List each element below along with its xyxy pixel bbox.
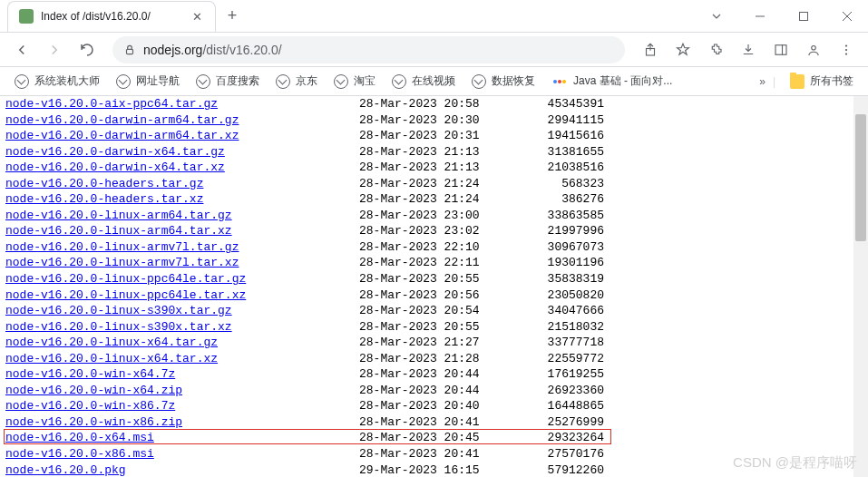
file-link[interactable]: node-v16.20.0-darwin-arm64.tar.xz	[5, 129, 239, 142]
bookmark-item[interactable]: 淘宝	[327, 70, 383, 92]
browser-tab[interactable]: Index of /dist/v16.20.0/ ✕	[7, 1, 216, 32]
file-listing: node-v16.20.0-aix-ppc64.tar.gz28-Mar-202…	[0, 96, 868, 477]
profile-icon[interactable]	[799, 35, 828, 64]
extensions-icon[interactable]	[701, 35, 730, 64]
file-date: 28-Mar-2023 21:24	[359, 191, 513, 208]
file-date: 28-Mar-2023 21:24	[359, 176, 513, 192]
svg-rect-3	[775, 44, 786, 54]
java-icon	[553, 74, 568, 89]
lock-icon	[123, 44, 136, 56]
highlight-box	[4, 429, 611, 444]
file-link[interactable]: node-v16.20.0-win-x86.zip	[5, 415, 182, 429]
sidepanel-icon[interactable]	[766, 35, 795, 64]
file-size: 30967073	[513, 239, 604, 256]
file-size: 57912260	[513, 462, 604, 477]
file-size: 386276	[513, 191, 604, 208]
bookmark-item[interactable]: 在线视频	[385, 70, 463, 92]
file-size: 568323	[513, 176, 604, 192]
file-link[interactable]: node-v16.20.0-x86.msi	[5, 447, 154, 461]
file-date: 28-Mar-2023 20:30	[359, 112, 513, 129]
forward-button[interactable]	[40, 35, 69, 64]
file-row: node-v16.20.0-linux-x64.tar.xz28-Mar-202…	[5, 351, 863, 367]
close-window-icon[interactable]	[826, 2, 868, 31]
scrollbar[interactable]	[853, 96, 868, 477]
globe-icon	[334, 74, 348, 89]
globe-icon	[392, 74, 406, 89]
star-icon[interactable]	[668, 35, 697, 64]
watermark: CSDN @是程序喵呀	[733, 454, 857, 472]
reload-button[interactable]	[73, 35, 102, 64]
file-link[interactable]: node-v16.20.0-headers.tar.xz	[5, 192, 203, 206]
bookmarks-bar: 系统装机大师网址导航百度搜索京东淘宝在线视频数据恢复 Java 基础 - 面向对…	[0, 67, 868, 96]
address-bar[interactable]: nodejs.org/dist/v16.20.0/	[112, 36, 625, 63]
file-row: node-v16.20.0-win-x86.7z28-Mar-2023 20:4…	[5, 398, 863, 414]
bookmark-item[interactable]: 京东	[268, 70, 325, 92]
file-link[interactable]: node-v16.20.0-linux-s390x.tar.gz	[5, 304, 232, 317]
file-size: 16448865	[513, 398, 604, 414]
file-date: 28-Mar-2023 20:41	[359, 446, 513, 462]
share-icon[interactable]	[636, 35, 665, 64]
svg-rect-1	[127, 49, 133, 54]
file-row: node-v16.20.0-linux-arm64.tar.xz28-Mar-2…	[5, 223, 863, 239]
bookmark-all[interactable]: 所有书签	[783, 70, 861, 92]
bookmark-item[interactable]: 网址导航	[109, 70, 187, 92]
nodejs-favicon	[19, 9, 34, 24]
bookmark-java[interactable]: Java 基础 - 面向对...	[546, 70, 679, 92]
file-date: 28-Mar-2023 20:55	[359, 319, 513, 336]
file-row: node-v16.20.0-win-x64.zip28-Mar-2023 20:…	[5, 383, 863, 399]
file-row: node-v16.20.0-aix-ppc64.tar.gz28-Mar-202…	[5, 96, 863, 112]
file-row: node-v16.20.0-headers.tar.gz28-Mar-2023 …	[5, 176, 863, 192]
file-row: node-v16.20.0-darwin-arm64.tar.gz28-Mar-…	[5, 112, 863, 129]
folder-icon	[790, 74, 805, 89]
file-link[interactable]: node-v16.20.0-darwin-x64.tar.xz	[5, 161, 225, 174]
bookmark-item[interactable]: 数据恢复	[464, 70, 542, 92]
file-link[interactable]: node-v16.20.0-win-x86.7z	[5, 399, 175, 413]
file-link[interactable]: node-v16.20.0-darwin-x64.tar.gz	[5, 145, 225, 159]
file-row: node-v16.20.0-linux-s390x.tar.gz28-Mar-2…	[5, 303, 863, 319]
file-date: 28-Mar-2023 23:00	[359, 208, 513, 224]
file-size: 22559772	[513, 351, 604, 367]
close-tab-icon[interactable]: ✕	[190, 9, 204, 24]
file-link[interactable]: node-v16.20.0-win-x64.7z	[5, 367, 175, 381]
file-row: node-v16.20.0-linux-s390x.tar.xz28-Mar-2…	[5, 319, 863, 336]
file-date: 28-Mar-2023 21:27	[359, 335, 513, 351]
file-row: node-v16.20.0-darwin-arm64.tar.xz28-Mar-…	[5, 128, 863, 144]
file-row: node-v16.20.0-headers.tar.xz28-Mar-2023 …	[5, 191, 863, 208]
file-link[interactable]: node-v16.20.0-linux-s390x.tar.xz	[5, 320, 232, 334]
file-link[interactable]: node-v16.20.0-linux-ppc64le.tar.xz	[5, 288, 246, 302]
globe-icon	[196, 74, 210, 89]
bookmarks-overflow-icon[interactable]: »	[759, 75, 766, 88]
file-size: 34047666	[513, 303, 604, 319]
bookmark-item[interactable]: 百度搜索	[189, 70, 267, 92]
file-link[interactable]: node-v16.20.0-linux-arm64.tar.xz	[5, 224, 232, 238]
file-link[interactable]: node-v16.20.0-linux-x64.tar.gz	[5, 336, 218, 349]
file-link[interactable]: node-v16.20.0-linux-ppc64le.tar.gz	[5, 272, 246, 286]
downloads-icon[interactable]	[734, 35, 763, 64]
file-size: 29941115	[513, 112, 604, 129]
file-link[interactable]: node-v16.20.0.pkg	[5, 463, 126, 477]
file-link[interactable]: node-v16.20.0-linux-arm64.tar.gz	[5, 209, 232, 222]
new-tab-button[interactable]: +	[219, 4, 245, 29]
caret-down-icon[interactable]	[696, 2, 737, 31]
file-date: 28-Mar-2023 23:02	[359, 223, 513, 239]
file-size: 21038516	[513, 160, 604, 176]
minimize-icon[interactable]	[739, 2, 781, 31]
file-link[interactable]: node-v16.20.0-linux-x64.tar.xz	[5, 352, 218, 365]
file-date: 28-Mar-2023 20:40	[359, 398, 513, 414]
file-size: 19415616	[513, 128, 604, 144]
file-link[interactable]: node-v16.20.0-headers.tar.gz	[5, 177, 203, 190]
file-size: 26923360	[513, 383, 604, 399]
scrollbar-thumb[interactable]	[855, 114, 866, 241]
file-link[interactable]: node-v16.20.0-linux-armv7l.tar.xz	[5, 256, 239, 269]
back-button[interactable]	[7, 35, 36, 64]
file-link[interactable]: node-v16.20.0-darwin-arm64.tar.gz	[5, 113, 239, 127]
svg-point-4	[812, 45, 816, 50]
file-link[interactable]: node-v16.20.0-win-x64.zip	[5, 384, 182, 397]
file-link[interactable]: node-v16.20.0-aix-ppc64.tar.gz	[5, 97, 218, 111]
file-date: 28-Mar-2023 21:13	[359, 160, 513, 176]
file-date: 29-Mar-2023 16:15	[359, 462, 513, 477]
bookmark-item[interactable]: 系统装机大师	[7, 70, 107, 92]
file-link[interactable]: node-v16.20.0-linux-armv7l.tar.gz	[5, 240, 239, 254]
maximize-icon[interactable]	[783, 2, 824, 31]
menu-icon[interactable]	[832, 35, 861, 64]
